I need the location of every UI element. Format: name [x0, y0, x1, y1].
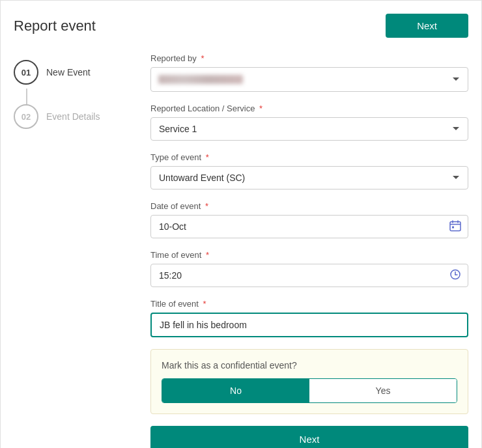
time-of-event-input[interactable] [150, 264, 468, 287]
next-button-top[interactable]: Next [386, 14, 468, 38]
reported-by-label: Reported by * [150, 53, 468, 63]
step-2-label: Event Details [46, 111, 100, 122]
step-1: 01 New Event [14, 60, 144, 85]
required-star-6: * [203, 299, 206, 309]
step-2: 02 Event Details [14, 104, 144, 129]
time-of-event-group: Time of event * [150, 250, 468, 287]
required-star: * [201, 53, 204, 63]
date-input-wrap [150, 215, 468, 238]
required-star-2: * [259, 104, 262, 113]
type-of-event-label: Type of event * [150, 152, 468, 162]
sidebar: 01 New Event 02 Event Details [14, 53, 144, 448]
title-of-event-label: Title of event * [150, 299, 468, 309]
confidential-toggle: No Yes [162, 378, 457, 403]
type-of-event-group: Type of event * Untoward Event (SC) Near… [150, 152, 468, 189]
page-title: Report event [14, 18, 96, 35]
reported-by-group: Reported by * [150, 53, 468, 92]
form-area: Reported by * Reported Location / Servic… [144, 53, 468, 448]
date-of-event-input[interactable] [150, 215, 468, 238]
confidential-box: Mark this as a confidential event? No Ye… [150, 349, 468, 414]
reported-by-select[interactable] [150, 67, 468, 92]
confidential-yes-button[interactable]: Yes [309, 379, 457, 402]
date-of-event-label: Date of event * [150, 201, 468, 211]
title-of-event-input[interactable] [150, 313, 468, 337]
date-of-event-group: Date of event * [150, 201, 468, 238]
reported-location-label: Reported Location / Service * [150, 104, 468, 113]
time-of-event-label: Time of event * [150, 250, 468, 260]
time-input-wrap [150, 264, 468, 287]
reported-location-group: Reported Location / Service * Service 1 … [150, 104, 468, 141]
title-of-event-group: Title of event * [150, 299, 468, 337]
step-1-label: New Event [46, 67, 91, 77]
confidential-no-button[interactable]: No [162, 379, 309, 402]
required-star-3: * [206, 152, 209, 162]
confidential-question: Mark this as a confidential event? [162, 360, 457, 371]
content-area: 01 New Event 02 Event Details Reported b… [14, 53, 468, 448]
reported-by-select-wrap [150, 67, 468, 92]
step-2-circle: 02 [14, 104, 38, 129]
next-button-bottom[interactable]: Next [150, 426, 468, 448]
page-header: Report event Next [14, 14, 468, 38]
type-of-event-select[interactable]: Untoward Event (SC) Near Miss Complaint [150, 166, 468, 189]
required-star-4: * [205, 201, 208, 211]
step-1-circle: 01 [14, 60, 38, 85]
reported-location-select[interactable]: Service 1 Service 2 Service 3 [150, 117, 468, 141]
required-star-5: * [206, 250, 209, 260]
